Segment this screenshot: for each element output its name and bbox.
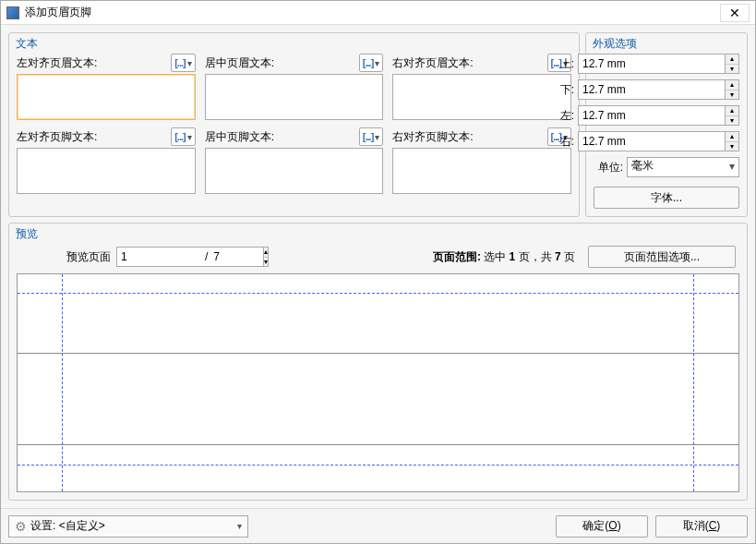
margin-right-row: 右: ▴▾ — [594, 131, 739, 151]
footer-center-macro-button[interactable]: [...] ▾ — [359, 127, 384, 146]
spin-down-icon[interactable]: ▾ — [726, 142, 738, 151]
margin-guide-right — [693, 274, 694, 491]
preview-controls: 预览页面 ▴▾ / 7 页面范围: 选中 1 页，共 7 页 页面范围选项... — [17, 244, 739, 273]
margin-top-input[interactable] — [578, 54, 725, 74]
chevron-down-icon: ▾ — [187, 58, 192, 68]
brackets-icon: [...] — [363, 131, 374, 142]
preview-page-spinner[interactable]: ▴▾ — [116, 247, 199, 267]
spin-down-icon[interactable]: ▾ — [264, 258, 268, 267]
margin-top-label: 上: — [560, 56, 574, 72]
preview-pane — [17, 273, 739, 492]
margin-right-label: 右: — [560, 134, 574, 150]
preview-legend: 预览 — [16, 226, 38, 242]
spin-down-icon[interactable]: ▾ — [726, 116, 738, 126]
text-panel-legend: 文本 — [16, 36, 38, 52]
unit-value: 毫米 — [631, 159, 654, 172]
settings-text: 设置: <自定义> — [30, 518, 234, 534]
footer-right-input[interactable] — [392, 148, 571, 194]
chevron-down-icon: ▾ — [237, 521, 242, 531]
gear-icon: ⚙ — [15, 519, 27, 534]
margin-guide-bottom — [18, 465, 738, 465]
unit-row: 单位: 毫米 — [594, 157, 739, 177]
app-icon — [6, 6, 19, 19]
margin-top-spinner[interactable]: ▴▾ — [578, 54, 739, 74]
margin-right-spinner[interactable]: ▴▾ — [578, 131, 739, 151]
preview-panel: 预览 预览页面 ▴▾ / 7 页面范围: 选中 1 页，共 7 页 页面范围选项… — [8, 223, 748, 501]
titlebar: 添加页眉页脚 ✕ — [1, 1, 755, 25]
preview-page-input[interactable] — [116, 247, 263, 267]
ok-button[interactable]: 确定(O) — [556, 515, 648, 538]
spin-up-icon[interactable]: ▴ — [726, 132, 738, 142]
margin-bottom-input[interactable] — [578, 79, 725, 100]
content-area: 文本 左对齐页眉文本: [...] ▾ — [1, 25, 755, 508]
header-center-cell: 居中页眉文本: [...] ▾ — [205, 54, 384, 120]
chevron-down-icon: ▾ — [187, 132, 192, 142]
footer-left-input[interactable] — [17, 148, 196, 194]
margin-left-spinner[interactable]: ▴▾ — [578, 105, 739, 126]
header-right-label: 右对齐页眉文本: — [392, 55, 473, 71]
footer-center-input[interactable] — [205, 148, 384, 194]
top-row: 文本 左对齐页眉文本: [...] ▾ — [8, 32, 748, 217]
text-panel: 文本 左对齐页眉文本: [...] ▾ — [8, 32, 580, 217]
footer-right-cell: 右对齐页脚文本: [...] ▾ — [392, 127, 571, 194]
header-right-cell: 右对齐页眉文本: [...] ▾ — [392, 54, 571, 120]
page-range-options-button[interactable]: 页面范围选项... — [588, 246, 736, 268]
spin-down-icon[interactable]: ▾ — [726, 91, 738, 100]
spin-down-icon[interactable]: ▾ — [726, 65, 738, 74]
spin-up-icon[interactable]: ▴ — [726, 54, 738, 65]
cancel-button[interactable]: 取消(C) — [655, 515, 748, 538]
window-title: 添加页眉页脚 — [25, 5, 720, 20]
footer-left-cell: 左对齐页脚文本: [...] ▾ — [17, 127, 196, 194]
margin-guide-top — [18, 293, 738, 294]
header-left-input[interactable] — [17, 74, 196, 120]
header-right-input[interactable] — [392, 74, 571, 120]
margin-left-input[interactable] — [578, 105, 725, 126]
header-center-label: 居中页眉文本: — [205, 55, 274, 71]
footer-center-cell: 居中页脚文本: [...] ▾ — [205, 127, 384, 194]
spin-up-icon[interactable]: ▴ — [726, 106, 738, 116]
unit-label: 单位: — [594, 160, 623, 175]
dialog-window: 添加页眉页脚 ✕ 文本 左对齐页眉文本: [...] ▾ — [0, 0, 756, 544]
footer-right-label: 右对齐页脚文本: — [392, 129, 473, 145]
footer-left-macro-button[interactable]: [...] ▾ — [171, 127, 196, 146]
unit-select[interactable]: 毫米 — [627, 157, 739, 177]
header-center-macro-button[interactable]: [...] ▾ — [359, 54, 384, 72]
text-grid: 左对齐页眉文本: [...] ▾ 居中页眉文本: [...] — [17, 54, 571, 194]
page-sep: / — [205, 250, 208, 263]
chevron-down-icon: ▾ — [375, 58, 379, 68]
page-edge-top — [18, 353, 738, 354]
font-button[interactable]: 字体... — [594, 187, 739, 209]
margin-left-row: 左: ▴▾ — [594, 105, 739, 126]
spin-up-icon[interactable]: ▴ — [726, 80, 738, 91]
preview-page-label: 预览页面 — [66, 249, 111, 265]
margin-left-label: 左: — [560, 108, 574, 124]
margin-bottom-row: 下: ▴▾ — [594, 79, 739, 100]
bottom-bar: ⚙ 设置: <自定义> ▾ 确定(O) 取消(C) — [1, 508, 755, 543]
margin-bottom-label: 下: — [560, 82, 574, 98]
brackets-icon: [...] — [174, 57, 186, 68]
appearance-panel: 外观选项 上: ▴▾ 下: ▴▾ 左: — [585, 32, 748, 217]
brackets-icon: [...] — [363, 57, 374, 68]
header-left-label: 左对齐页眉文本: — [17, 55, 97, 71]
margin-bottom-spinner[interactable]: ▴▾ — [578, 79, 739, 100]
brackets-icon: [...] — [174, 131, 186, 142]
margin-guide-left — [62, 274, 63, 491]
footer-left-label: 左对齐页脚文本: — [17, 129, 97, 145]
page-range-text: 页面范围: 选中 1 页，共 7 页 — [433, 249, 575, 265]
header-left-cell: 左对齐页眉文本: [...] ▾ — [17, 54, 196, 120]
header-center-input[interactable] — [205, 74, 384, 120]
footer-center-label: 居中页脚文本: — [205, 129, 274, 145]
margin-right-input[interactable] — [578, 131, 725, 151]
page-edge-bottom — [18, 444, 738, 445]
margin-top-row: 上: ▴▾ — [594, 54, 739, 74]
spin-up-icon[interactable]: ▴ — [264, 248, 268, 258]
settings-dropdown[interactable]: ⚙ 设置: <自定义> ▾ — [8, 515, 248, 538]
chevron-down-icon: ▾ — [375, 132, 379, 142]
page-total: 7 — [213, 250, 220, 263]
appearance-legend: 外观选项 — [593, 36, 637, 52]
header-left-macro-button[interactable]: [...] ▾ — [171, 54, 196, 72]
close-button[interactable]: ✕ — [720, 4, 750, 22]
